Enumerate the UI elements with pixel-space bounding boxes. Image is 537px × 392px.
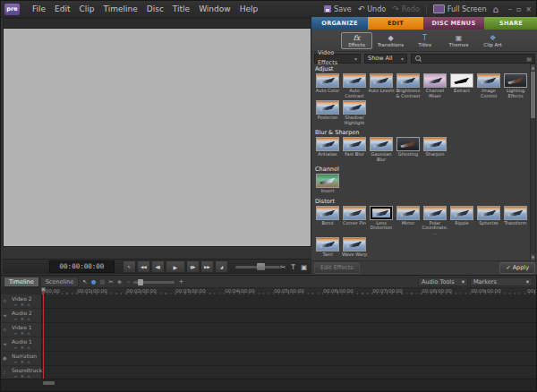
edit-effects-button[interactable]: Edit Effects: [314, 262, 360, 274]
search-options-icon[interactable]: ▤: [526, 55, 532, 62]
tab-edit[interactable]: EDIT: [368, 17, 423, 30]
track-lane-narration[interactable]: [43, 352, 536, 366]
track-lane-audio-2[interactable]: [43, 309, 536, 323]
play-button[interactable]: ▶: [166, 260, 185, 273]
track-keyframe-controls[interactable]: ◂ ♦ ▸: [14, 345, 31, 350]
effect-spherize[interactable]: Spherize: [475, 206, 502, 236]
track-lane-video-2[interactable]: [43, 294, 536, 309]
tab-disc-menus[interactable]: DISC MENUS: [423, 17, 484, 30]
zoom-slider[interactable]: [133, 281, 175, 284]
effect-lens-distortion[interactable]: Lens Distortion: [368, 206, 395, 236]
speaker-icon[interactable]: ◄: [3, 341, 6, 346]
effect-antialias[interactable]: Antialias: [314, 137, 341, 162]
tool-titles[interactable]: TTitles: [409, 32, 440, 49]
split-clip-icon[interactable]: ✂: [280, 263, 286, 271]
timecode-display[interactable]: 00:00:00:00: [49, 260, 115, 273]
zoom-in-button[interactable]: +: [178, 278, 183, 285]
effect-category-dropdown[interactable]: Video Effects ▾: [314, 54, 361, 64]
effect-corner-pin[interactable]: Corner Pin: [341, 206, 368, 236]
music-note-icon[interactable]: ♪: [3, 370, 5, 375]
close-button[interactable]: ×: [525, 5, 532, 13]
timeline-scrollbar[interactable]: [1, 379, 536, 391]
video-preview-area[interactable]: [3, 28, 311, 247]
effect-gaussian-blur[interactable]: Gaussian Blur: [368, 137, 395, 162]
track-lane-video-1[interactable]: [43, 323, 536, 337]
menu-disc[interactable]: Disc: [142, 4, 168, 13]
effect-transform[interactable]: Transform: [502, 206, 529, 236]
show-filter-dropdown[interactable]: Show All ▾: [364, 54, 407, 64]
effect-posterize[interactable]: Posterize: [314, 100, 341, 125]
menu-timeline[interactable]: Timeline: [99, 4, 142, 13]
effect-ripple[interactable]: Ripple: [448, 206, 475, 236]
full-screen-button[interactable]: Full Screen: [433, 4, 487, 13]
effect-image-control[interactable]: Image Control: [475, 73, 502, 98]
current-time-indicator[interactable]: [43, 287, 44, 379]
effect-channel-mixer[interactable]: Channel Mixer: [422, 73, 448, 98]
home-icon[interactable]: ⌂: [493, 4, 499, 14]
step-back-button[interactable]: ◀▮: [151, 260, 165, 273]
redo-button[interactable]: ↷ Redo: [392, 4, 420, 13]
track-keyframe-controls[interactable]: ◂ ♦ ▸: [14, 360, 31, 364]
effect-mirror[interactable]: Mirror: [395, 206, 422, 236]
step-forward-button[interactable]: ▮▶: [186, 260, 200, 273]
menu-title[interactable]: Title: [168, 4, 194, 13]
effects-search-box[interactable]: ▤: [411, 54, 535, 64]
fast-forward-button[interactable]: ▶▶: [200, 260, 214, 273]
effect-ghosting[interactable]: Ghosting: [395, 137, 422, 162]
effect-auto-contrast[interactable]: Auto Contrast: [341, 73, 368, 98]
effect-auto-levels[interactable]: Auto Levels: [368, 73, 395, 98]
save-button[interactable]: Save: [324, 5, 352, 13]
speaker-icon[interactable]: ◄: [3, 312, 6, 318]
shuttle-thumb[interactable]: [257, 263, 265, 270]
tool-themes[interactable]: ▣Themes: [443, 32, 474, 49]
minimize-button[interactable]: –: [508, 5, 512, 13]
effect-invert[interactable]: Invert: [314, 174, 341, 194]
effect-lighting-effects[interactable]: Lighting Effects: [502, 73, 529, 98]
maximize-button[interactable]: ▫: [516, 5, 521, 13]
scrollbar-thumb[interactable]: [531, 72, 535, 118]
search-input[interactable]: [422, 55, 525, 63]
eye-icon[interactable]: ⊙: [3, 298, 6, 303]
eye-icon[interactable]: ⊙: [3, 327, 6, 332]
menu-clip[interactable]: Clip: [75, 4, 99, 13]
shuttle-mode-button[interactable]: ◢: [215, 260, 228, 273]
split-clip-tool[interactable]: ✂: [108, 278, 113, 285]
horizontal-scroll-thumb[interactable]: [43, 381, 55, 385]
effect-fast-blur[interactable]: Fast Blur: [341, 137, 368, 162]
add-text-icon[interactable]: T: [291, 263, 295, 271]
audio-tools-dropdown[interactable]: Audio Tools ▾: [418, 277, 468, 286]
effect-wave-warp[interactable]: Wave Warp: [341, 237, 368, 258]
tab-organize[interactable]: ORGANIZE: [311, 17, 368, 30]
zoom-thumb[interactable]: [138, 279, 143, 285]
track-header-narration[interactable]: ●Narration◂ ♦ ▸: [1, 352, 41, 366]
effect-brightness-contrast[interactable]: Brightness & Contrast: [395, 73, 422, 98]
freeze-frame-icon[interactable]: ▣: [301, 263, 307, 271]
selection-tool[interactable]: ↖: [82, 278, 87, 285]
tool-effects[interactable]: fxEffects: [341, 32, 372, 49]
rewind-button[interactable]: ◀◀: [137, 260, 150, 273]
menu-help[interactable]: Help: [235, 4, 263, 13]
scroll-down-arrow[interactable]: ▼: [531, 254, 535, 260]
properties-tool[interactable]: ◈: [117, 278, 122, 285]
track-header-audio-1[interactable]: ◄Audio 1◂ ♦ ▸: [1, 337, 41, 352]
time-stretch-tool[interactable]: ▦: [99, 278, 105, 285]
scroll-up-arrow[interactable]: ▲: [531, 64, 535, 71]
track-header-video-1[interactable]: ⊙Video 1◂ ♦ ▸: [1, 323, 41, 337]
undo-button[interactable]: ↶ Undo: [358, 4, 386, 13]
tab-share[interactable]: SHARE: [484, 17, 537, 30]
effect-bend[interactable]: Bend: [314, 206, 341, 236]
view-button-sceneline[interactable]: Sceneline: [40, 277, 80, 287]
effects-scrollbar[interactable]: ▲ ▼: [530, 64, 536, 261]
smart-trim-tool[interactable]: ●: [91, 278, 97, 285]
shuttle-slider[interactable]: [235, 266, 280, 268]
track-lanes[interactable]: [43, 294, 536, 379]
track-keyframe-controls[interactable]: ◂ ♦ ▸: [14, 331, 31, 336]
track-header-video-2[interactable]: ⊙Video 2◂ ♦ ▸: [1, 294, 41, 309]
zoom-out-button[interactable]: –: [127, 278, 131, 285]
track-keyframe-controls[interactable]: ◂ ♦ ▸: [14, 303, 31, 307]
effect-extract[interactable]: Extract: [448, 73, 475, 98]
effect-auto-color[interactable]: Auto Color: [314, 73, 341, 98]
view-button-timeline[interactable]: Timeline: [4, 277, 39, 287]
menu-window[interactable]: Window: [194, 4, 235, 13]
go-to-previous-edit-button[interactable]: ↖: [123, 260, 136, 273]
